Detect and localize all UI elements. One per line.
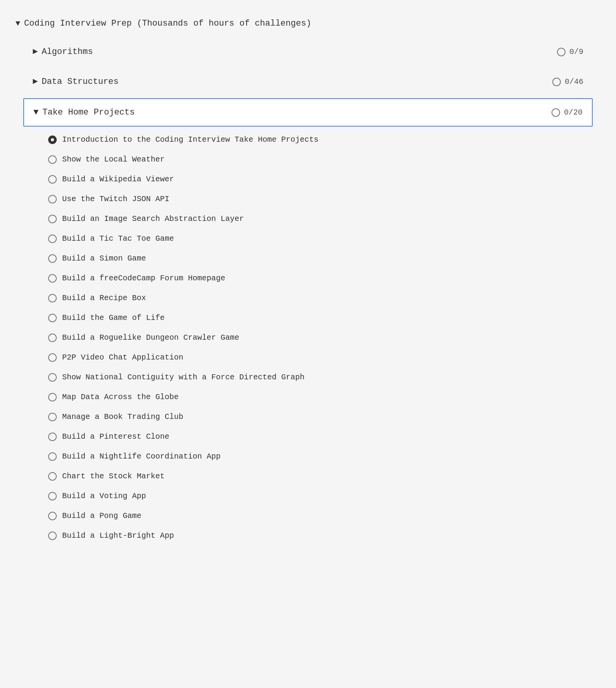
- selected-radio-icon: [48, 136, 57, 144]
- list-item-label: Introduction to the Coding Interview Tak…: [62, 135, 318, 144]
- subsection-progress-take-home-projects: 0/20: [564, 108, 583, 117]
- subsection-algorithms: ►Algorithms0/9: [23, 38, 593, 65]
- subsection-header-take-home-projects[interactable]: ▼Take Home Projects0/20: [23, 98, 593, 127]
- subsection-header-algorithms[interactable]: ►Algorithms0/9: [23, 38, 593, 65]
- radio-icon: [48, 532, 57, 540]
- list-item-label: Build a Wikipedia Viewer: [62, 175, 174, 184]
- subsection-circle-take-home-projects: [552, 108, 560, 117]
- list-item[interactable]: Show National Contiguity with a Force Di…: [39, 367, 593, 387]
- radio-icon: [48, 492, 57, 500]
- list-item[interactable]: Build a Simon Game: [39, 248, 593, 268]
- subsection-label-algorithms: Algorithms: [42, 47, 93, 57]
- list-item[interactable]: Build a Nightlife Coordination App: [39, 447, 593, 466]
- list-item-label: Use the Twitch JSON API: [62, 195, 169, 203]
- radio-icon: [48, 215, 57, 223]
- radio-icon: [48, 413, 57, 421]
- list-item[interactable]: Use the Twitch JSON API: [39, 189, 593, 209]
- subsection-circle-algorithms: [557, 48, 566, 56]
- radio-icon: [48, 512, 57, 520]
- list-item-label: Chart the Stock Market: [62, 472, 165, 481]
- coding-interview-prep-section: Coding Interview Prep (Thousands of hour…: [8, 8, 608, 556]
- list-item[interactable]: Build a Tic Tac Toe Game: [39, 229, 593, 248]
- items-list-take-home-projects: Introduction to the Coding Interview Tak…: [23, 127, 593, 549]
- list-item-label: Show National Contiguity with a Force Di…: [62, 373, 305, 382]
- top-section-header[interactable]: Coding Interview Prep (Thousands of hour…: [8, 12, 608, 35]
- list-item[interactable]: Build a Roguelike Dungeon Crawler Game: [39, 328, 593, 347]
- list-item[interactable]: Build the Game of Life: [39, 308, 593, 328]
- radio-icon: [48, 353, 57, 362]
- radio-icon: [48, 334, 57, 342]
- radio-icon: [48, 235, 57, 243]
- list-item-label: Build a Tic Tac Toe Game: [62, 234, 174, 243]
- subsection-arrow-take-home-projects: ▼: [33, 108, 38, 117]
- subsection-progress-algorithms: 0/9: [569, 47, 583, 56]
- list-item-label: Build a Light-Bright App: [62, 531, 174, 540]
- list-item[interactable]: Build a Voting App: [39, 486, 593, 506]
- list-item-label: Show the Local Weather: [62, 155, 165, 164]
- radio-icon: [48, 393, 57, 401]
- radio-icon: [48, 452, 57, 461]
- radio-icon: [48, 314, 57, 322]
- radio-icon: [48, 254, 57, 263]
- radio-icon: [48, 472, 57, 481]
- list-item-label: Build an Image Search Abstraction Layer: [62, 214, 244, 223]
- list-item-label: Map Data Across the Globe: [62, 393, 179, 401]
- radio-icon: [48, 294, 57, 302]
- list-item-label: Build a Pong Game: [62, 511, 141, 520]
- list-item-label: Build a Nightlife Coordination App: [62, 452, 221, 461]
- list-item[interactable]: Manage a Book Trading Club: [39, 407, 593, 427]
- radio-icon: [48, 175, 57, 184]
- subsection-label-take-home-projects: Take Home Projects: [42, 108, 135, 117]
- list-item[interactable]: Map Data Across the Globe: [39, 387, 593, 407]
- radio-icon: [48, 433, 57, 441]
- subsection-label-data-structures: Data Structures: [42, 77, 118, 87]
- list-item[interactable]: Chart the Stock Market: [39, 466, 593, 486]
- list-item[interactable]: Build a freeCodeCamp Forum Homepage: [39, 268, 593, 288]
- subsection-circle-data-structures: [552, 78, 561, 86]
- subsections-container: ►Algorithms0/9►Data Structures0/46▼Take …: [8, 38, 608, 549]
- list-item[interactable]: P2P Video Chat Application: [39, 347, 593, 367]
- radio-icon: [48, 274, 57, 283]
- subsection-progress-data-structures: 0/46: [565, 77, 583, 86]
- list-item-label: Build a Voting App: [62, 492, 146, 500]
- list-item[interactable]: Build a Light-Bright App: [39, 526, 593, 546]
- list-item[interactable]: Build a Pinterest Clone: [39, 427, 593, 447]
- list-item[interactable]: Show the Local Weather: [39, 149, 593, 169]
- list-item[interactable]: Build a Pong Game: [39, 506, 593, 526]
- list-item-label: Build a Roguelike Dungeon Crawler Game: [62, 333, 239, 342]
- subsection-arrow-algorithms: ►: [33, 47, 38, 57]
- list-item-label: Build a Simon Game: [62, 254, 146, 263]
- radio-icon: [48, 155, 57, 164]
- list-item[interactable]: Build an Image Search Abstraction Layer: [39, 209, 593, 229]
- radio-icon: [48, 195, 57, 203]
- list-item-label: Build the Game of Life: [62, 313, 165, 322]
- list-item[interactable]: Build a Recipe Box: [39, 288, 593, 308]
- list-item[interactable]: Introduction to the Coding Interview Tak…: [39, 130, 593, 149]
- subsection-take-home-projects: ▼Take Home Projects0/20Introduction to t…: [23, 98, 593, 549]
- subsection-header-data-structures[interactable]: ►Data Structures0/46: [23, 68, 593, 95]
- list-item-label: Manage a Book Trading Club: [62, 412, 183, 421]
- list-item-label: Build a freeCodeCamp Forum Homepage: [62, 274, 225, 283]
- list-item-label: P2P Video Chat Application: [62, 353, 183, 362]
- list-item-label: Build a Recipe Box: [62, 294, 146, 302]
- subsection-arrow-data-structures: ►: [33, 77, 38, 87]
- radio-icon: [48, 373, 57, 382]
- top-section-label: Coding Interview Prep (Thousands of hour…: [24, 19, 311, 28]
- subsection-data-structures: ►Data Structures0/46: [23, 68, 593, 95]
- top-section-arrow: [16, 19, 20, 28]
- list-item[interactable]: Build a Wikipedia Viewer: [39, 169, 593, 189]
- list-item-label: Build a Pinterest Clone: [62, 432, 169, 441]
